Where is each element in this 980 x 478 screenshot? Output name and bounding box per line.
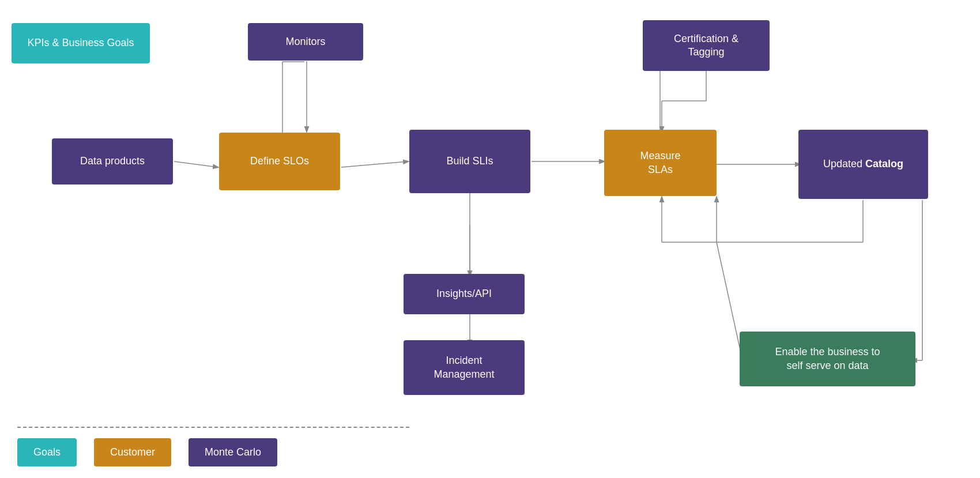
enable-business-label: Enable the business to self serve on dat…: [775, 345, 880, 372]
cert-tagging-node: Certification & Tagging: [643, 20, 770, 71]
svg-line-5: [341, 161, 408, 167]
measure-slas-node: Measure SLAs: [604, 130, 717, 196]
legend-monte-carlo: Monte Carlo: [189, 438, 277, 466]
legend-divider: [17, 427, 409, 428]
legend-items: Goals Customer Monte Carlo: [17, 438, 409, 466]
build-slis-node: Build SLIs: [409, 130, 530, 193]
svg-line-19: [717, 242, 742, 360]
enable-business-node: Enable the business to self serve on dat…: [740, 332, 915, 386]
legend-customer-label: Customer: [110, 446, 155, 458]
build-slis-label: Build SLIs: [446, 155, 493, 168]
legend-monte-carlo-label: Monte Carlo: [205, 446, 261, 458]
legend-goals-label: Goals: [33, 446, 61, 458]
kpis-business-goals-node: KPIs & Business Goals: [12, 23, 150, 63]
kpis-label: KPIs & Business Goals: [27, 36, 134, 50]
legend-goals: Goals: [17, 438, 77, 466]
cert-tagging-label: Certification & Tagging: [674, 32, 738, 59]
define-slos-label: Define SLOs: [250, 155, 309, 168]
insights-api-node: Insights/API: [404, 274, 525, 314]
insights-api-label: Insights/API: [436, 287, 492, 300]
updated-catalog-node: Updated Catalog: [798, 130, 928, 199]
measure-slas-label: Measure SLAs: [640, 149, 680, 176]
define-slos-node: Define SLOs: [219, 133, 340, 190]
monitors-label: Monitors: [285, 35, 325, 48]
incident-mgmt-label: Incident Management: [434, 354, 494, 381]
incident-mgmt-node: Incident Management: [404, 340, 525, 395]
svg-line-1: [174, 161, 218, 167]
data-products-node: Data products: [52, 138, 173, 185]
legend: Goals Customer Monte Carlo: [17, 427, 409, 466]
diagram-container: KPIs & Business Goals Data products Moni…: [0, 0, 980, 478]
updated-catalog-label: Updated Catalog: [823, 157, 903, 171]
legend-customer: Customer: [94, 438, 171, 466]
monitors-node: Monitors: [248, 23, 363, 61]
data-products-label: Data products: [80, 155, 145, 168]
